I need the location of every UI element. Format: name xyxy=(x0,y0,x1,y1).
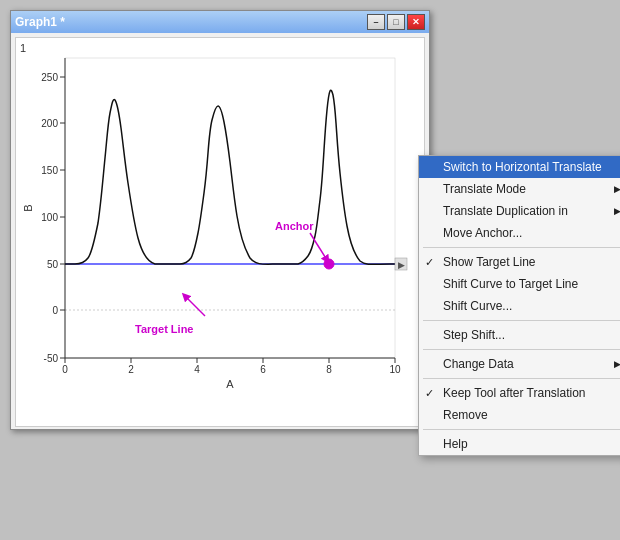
menu-label-move-anchor: Move Anchor... xyxy=(443,226,522,240)
graph-area: 1 250 200 1 xyxy=(15,37,425,427)
menu-item-shift-curve-target[interactable]: Shift Curve to Target Line xyxy=(419,273,620,295)
svg-text:A: A xyxy=(226,378,234,390)
menu-item-translate-mode[interactable]: Translate Mode xyxy=(419,178,620,200)
restore-button[interactable]: □ xyxy=(387,14,405,30)
svg-text:8: 8 xyxy=(326,364,332,375)
menu-label-translate-duplication: Translate Duplication in xyxy=(443,204,568,218)
svg-rect-0 xyxy=(65,58,395,358)
chart-svg: 250 200 150 100 50 0 -50 B xyxy=(16,38,424,426)
menu-item-remove[interactable]: Remove xyxy=(419,404,620,426)
context-menu: Switch to Horizontal Translate Translate… xyxy=(418,155,620,456)
menu-label-remove: Remove xyxy=(443,408,488,422)
menu-item-help[interactable]: Help xyxy=(419,433,620,455)
svg-text:Target Line: Target Line xyxy=(135,323,193,335)
menu-label-help: Help xyxy=(443,437,468,451)
svg-text:Anchor: Anchor xyxy=(275,220,314,232)
svg-point-33 xyxy=(324,259,334,269)
menu-item-shift-curve[interactable]: Shift Curve... xyxy=(419,295,620,317)
window-title: Graph1 * xyxy=(15,15,65,29)
title-bar: Graph1 * – □ ✕ xyxy=(11,11,429,33)
graph-window: Graph1 * – □ ✕ 1 xyxy=(10,10,430,430)
close-button[interactable]: ✕ xyxy=(407,14,425,30)
menu-item-change-data[interactable]: Change Data xyxy=(419,353,620,375)
svg-text:0: 0 xyxy=(52,305,58,316)
menu-label-shift-curve: Shift Curve... xyxy=(443,299,512,313)
checkmark-show-target-line: ✓ xyxy=(425,256,434,269)
svg-text:50: 50 xyxy=(47,259,59,270)
menu-label-shift-curve-target: Shift Curve to Target Line xyxy=(443,277,578,291)
menu-item-show-target-line[interactable]: ✓ Show Target Line xyxy=(419,251,620,273)
svg-text:10: 10 xyxy=(389,364,401,375)
svg-text:0: 0 xyxy=(62,364,68,375)
svg-text:2: 2 xyxy=(128,364,134,375)
svg-text:-50: -50 xyxy=(44,353,59,364)
separator-3 xyxy=(423,349,620,350)
menu-label-switch-horizontal: Switch to Horizontal Translate xyxy=(443,160,602,174)
svg-text:6: 6 xyxy=(260,364,266,375)
svg-text:▶: ▶ xyxy=(398,260,405,270)
separator-5 xyxy=(423,429,620,430)
svg-text:B: B xyxy=(22,204,34,211)
svg-text:200: 200 xyxy=(41,118,58,129)
menu-item-switch-horizontal[interactable]: Switch to Horizontal Translate xyxy=(419,156,620,178)
svg-text:150: 150 xyxy=(41,165,58,176)
svg-text:100: 100 xyxy=(41,212,58,223)
menu-item-move-anchor[interactable]: Move Anchor... xyxy=(419,222,620,244)
menu-item-keep-tool[interactable]: ✓ Keep Tool after Translation xyxy=(419,382,620,404)
separator-1 xyxy=(423,247,620,248)
menu-label-change-data: Change Data xyxy=(443,357,514,371)
svg-text:4: 4 xyxy=(194,364,200,375)
svg-text:250: 250 xyxy=(41,72,58,83)
separator-4 xyxy=(423,378,620,379)
menu-item-step-shift[interactable]: Step Shift... xyxy=(419,324,620,346)
menu-label-show-target-line: Show Target Line xyxy=(443,255,536,269)
title-bar-buttons: – □ ✕ xyxy=(367,14,425,30)
checkmark-keep-tool: ✓ xyxy=(425,387,434,400)
separator-2 xyxy=(423,320,620,321)
menu-label-step-shift: Step Shift... xyxy=(443,328,505,342)
menu-item-translate-duplication[interactable]: Translate Duplication in xyxy=(419,200,620,222)
minimize-button[interactable]: – xyxy=(367,14,385,30)
menu-label-translate-mode: Translate Mode xyxy=(443,182,526,196)
menu-label-keep-tool: Keep Tool after Translation xyxy=(443,386,586,400)
